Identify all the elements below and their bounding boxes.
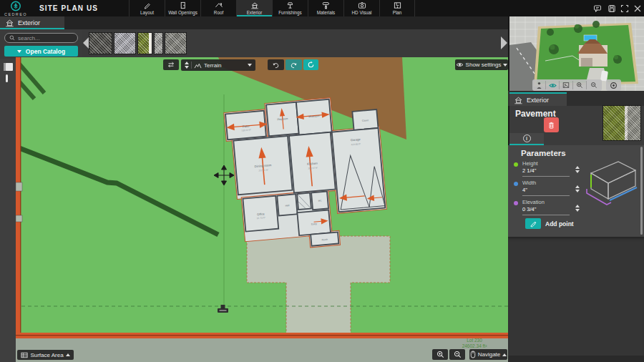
tab-exterior[interactable]: Exterior bbox=[236, 0, 272, 16]
tab-label: Plan bbox=[393, 10, 402, 15]
add-point-pen-icon bbox=[530, 220, 537, 228]
house-icon bbox=[514, 96, 523, 104]
boundary-post bbox=[16, 182, 22, 191]
tab-wall-openings[interactable]: Wall Openings bbox=[165, 0, 200, 16]
swap-tool-button[interactable] bbox=[163, 59, 179, 70]
walkthrough-person-icon[interactable] bbox=[532, 81, 546, 89]
tab-layout[interactable]: Layout bbox=[129, 0, 165, 16]
width-input[interactable]: 4" bbox=[522, 187, 570, 196]
lot-name: Lot 230 bbox=[444, 338, 505, 343]
terrain-mode-dropdown[interactable]: Terrain bbox=[181, 59, 255, 71]
elevation-input[interactable]: 0 3/4" bbox=[522, 206, 570, 215]
pencil-icon bbox=[143, 1, 151, 9]
floor-plan[interactable]: Patio 130.02 ft² Playroom Mudroom Closet… bbox=[223, 94, 389, 254]
slope-hatch bbox=[17, 62, 44, 93]
height-stepper[interactable] bbox=[575, 166, 580, 173]
tab-materials[interactable]: Materials bbox=[308, 0, 343, 16]
elevation-label: Elevation bbox=[522, 199, 545, 205]
add-point-label: Add point bbox=[545, 220, 574, 228]
swap-arrows-icon bbox=[167, 62, 175, 68]
open-catalog-button[interactable]: Open Catalog bbox=[4, 46, 78, 57]
snapshot-card-icon[interactable] bbox=[560, 81, 573, 89]
height-input[interactable]: 2 1/4" bbox=[522, 167, 570, 177]
tab-hd-visual[interactable]: HD Visual bbox=[343, 0, 379, 16]
show-settings-label: Show settings bbox=[466, 62, 502, 68]
height-field: Height 2 1/4" bbox=[514, 160, 580, 178]
comment-icon[interactable] bbox=[592, 4, 602, 13]
search-input[interactable] bbox=[18, 35, 73, 41]
texture-thumb-concrete[interactable] bbox=[114, 32, 136, 54]
redo-button[interactable] bbox=[286, 59, 302, 70]
delete-button[interactable] bbox=[544, 117, 559, 132]
preview-zoom-out-icon[interactable] bbox=[587, 81, 600, 89]
width-stepper[interactable] bbox=[575, 185, 580, 192]
house-icon bbox=[5, 19, 14, 27]
room-label: Closet bbox=[362, 119, 369, 122]
zoom-in-button[interactable] bbox=[432, 349, 448, 360]
terrain-icon bbox=[194, 62, 202, 69]
refresh-terrain-button[interactable] bbox=[303, 59, 318, 70]
strip-scroll-right-icon[interactable] bbox=[501, 36, 507, 49]
texture-thumb-gravel[interactable] bbox=[165, 32, 187, 54]
elevation-color-dot bbox=[514, 201, 518, 205]
navigate-button[interactable]: Navigate bbox=[469, 349, 507, 360]
refresh-icon bbox=[307, 61, 315, 69]
show-settings-button[interactable]: Show settings bbox=[455, 59, 508, 70]
driveway[interactable] bbox=[247, 236, 390, 336]
door-icon bbox=[179, 1, 187, 9]
hedge-line[interactable] bbox=[16, 147, 218, 235]
terrain-stepper[interactable] bbox=[185, 62, 189, 69]
texture-thumb-grass-stripe[interactable] bbox=[137, 32, 152, 54]
inspector-scrollbar[interactable] bbox=[640, 147, 643, 235]
width-edge bbox=[610, 187, 637, 200]
add-point-button[interactable] bbox=[525, 218, 541, 229]
texture-thumb-light-stone[interactable] bbox=[154, 32, 163, 54]
subtab-label: Exterior bbox=[18, 19, 40, 26]
application-window: CEDREO SITE PLAN US Layout Wall Openings… bbox=[0, 0, 644, 362]
undo-button[interactable] bbox=[268, 59, 284, 70]
terrain-mode-label: Terrain bbox=[204, 62, 245, 69]
mouse-icon bbox=[470, 351, 476, 358]
preview-camera-button[interactable] bbox=[606, 79, 621, 91]
tab-label: Wall Openings bbox=[168, 10, 197, 15]
eye-icon bbox=[456, 62, 464, 68]
lot-area: 24602.34 ft² bbox=[444, 343, 505, 349]
tab-label: Furnishings bbox=[278, 10, 302, 15]
zoom-out-button[interactable] bbox=[449, 349, 465, 360]
preview-zoom-in-icon[interactable] bbox=[573, 81, 587, 89]
surface-area-button[interactable]: Surface Area bbox=[17, 350, 74, 360]
sub-tab-row bbox=[0, 16, 508, 29]
width-label: Width bbox=[522, 180, 536, 186]
subtab-exterior[interactable]: Exterior bbox=[0, 16, 64, 29]
tab-label: HD Visual bbox=[352, 10, 372, 15]
left-scrollbar-thumb[interactable] bbox=[6, 74, 8, 82]
navigate-label: Navigate bbox=[478, 351, 501, 358]
pavement-texture-thumbnail[interactable] bbox=[602, 105, 641, 141]
tab-roof[interactable]: Roof bbox=[200, 0, 236, 16]
zoom-in-icon bbox=[436, 351, 444, 358]
info-tab[interactable]: i bbox=[509, 133, 544, 145]
site-plan-canvas[interactable]: Patio 130.02 ft² Playroom Mudroom Closet… bbox=[16, 57, 508, 362]
tab-furnishings[interactable]: Furnishings bbox=[272, 0, 308, 16]
cedreo-logo[interactable]: CEDREO bbox=[4, 1, 28, 16]
lamp-icon bbox=[286, 1, 294, 9]
elevation-stepper[interactable] bbox=[575, 205, 580, 212]
inspector-tab-exterior[interactable]: Exterior bbox=[509, 92, 567, 106]
surface-area-label: Surface Area bbox=[30, 352, 63, 358]
preview-toolbar bbox=[532, 79, 602, 91]
elevation-edge bbox=[587, 189, 611, 205]
house-icon bbox=[250, 1, 259, 9]
view-eye-icon[interactable] bbox=[546, 81, 560, 89]
open-catalog-label: Open Catalog bbox=[26, 48, 65, 55]
chevron-down-icon bbox=[248, 64, 252, 67]
texture-thumb-dark-gravel[interactable] bbox=[89, 32, 112, 54]
catalog-collapse-icon[interactable] bbox=[4, 63, 13, 71]
survey-marker-icon[interactable] bbox=[218, 305, 228, 313]
fullscreen-icon[interactable] bbox=[620, 4, 629, 13]
tab-plan[interactable]: Plan bbox=[379, 0, 415, 16]
room-label: Patio bbox=[243, 124, 250, 129]
save-icon[interactable] bbox=[607, 4, 616, 13]
close-icon[interactable] bbox=[633, 4, 642, 13]
room-label: Office bbox=[257, 212, 265, 216]
chevron-down-icon bbox=[17, 50, 21, 53]
